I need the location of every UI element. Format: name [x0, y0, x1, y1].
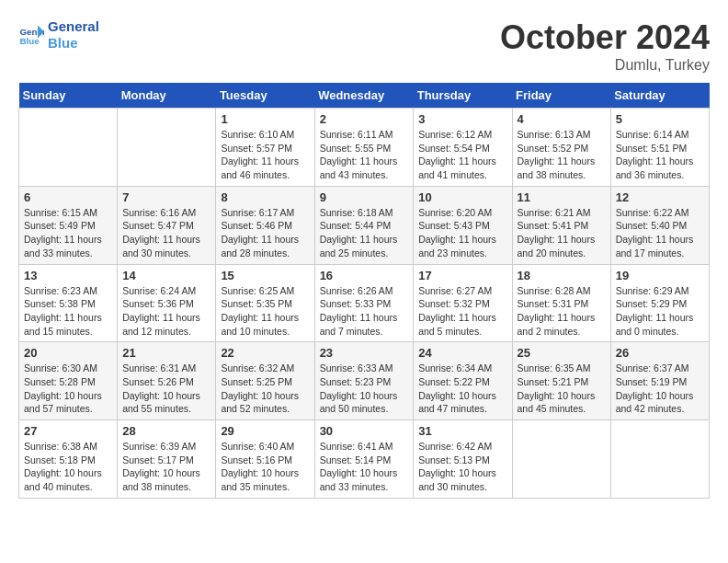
day-info: Sunrise: 6:34 AM Sunset: 5:22 PM Dayligh… [418, 362, 506, 416]
calendar-cell: 4Sunrise: 6:13 AM Sunset: 5:52 PM Daylig… [512, 109, 610, 187]
day-info: Sunrise: 6:31 AM Sunset: 5:26 PM Dayligh… [122, 362, 210, 416]
logo-line2: Blue [48, 35, 99, 52]
weekday-header-friday: Friday [512, 83, 610, 109]
calendar-cell: 7Sunrise: 6:16 AM Sunset: 5:47 PM Daylig… [118, 186, 216, 264]
day-number: 7 [122, 190, 210, 204]
day-info: Sunrise: 6:33 AM Sunset: 5:23 PM Dayligh… [320, 362, 409, 416]
day-info: Sunrise: 6:27 AM Sunset: 5:32 PM Dayligh… [418, 284, 506, 339]
page-header: General Blue General Blue October 2024 D… [18, 18, 710, 74]
day-number: 9 [320, 190, 409, 204]
logo-line1: General [48, 18, 99, 35]
weekday-header-tuesday: Tuesday [216, 83, 314, 109]
logo[interactable]: General Blue General Blue [18, 18, 99, 52]
day-number: 24 [418, 346, 506, 360]
day-number: 13 [24, 269, 112, 282]
day-info: Sunrise: 6:22 AM Sunset: 5:40 PM Dayligh… [616, 206, 704, 260]
day-info: Sunrise: 6:25 AM Sunset: 5:35 PM Dayligh… [221, 284, 309, 339]
calendar-table: SundayMondayTuesdayWednesdayThursdayFrid… [18, 83, 710, 499]
calendar-header-row: SundayMondayTuesdayWednesdayThursdayFrid… [19, 83, 710, 109]
day-info: Sunrise: 6:20 AM Sunset: 5:43 PM Dayligh… [418, 206, 506, 260]
calendar-cell [118, 109, 216, 187]
calendar-cell: 2Sunrise: 6:11 AM Sunset: 5:55 PM Daylig… [314, 109, 414, 187]
calendar-cell [610, 420, 709, 499]
day-number: 2 [320, 112, 409, 126]
day-info: Sunrise: 6:26 AM Sunset: 5:33 PM Dayligh… [320, 284, 409, 339]
location: Dumlu, Turkey [500, 57, 710, 74]
day-info: Sunrise: 6:41 AM Sunset: 5:14 PM Dayligh… [320, 440, 409, 494]
calendar-cell: 16Sunrise: 6:26 AM Sunset: 5:33 PM Dayli… [314, 264, 414, 342]
calendar-cell: 22Sunrise: 6:32 AM Sunset: 5:25 PM Dayli… [216, 342, 314, 420]
calendar-cell: 8Sunrise: 6:17 AM Sunset: 5:46 PM Daylig… [216, 186, 314, 264]
day-number: 30 [320, 424, 409, 438]
day-number: 22 [221, 346, 309, 360]
day-number: 31 [418, 424, 506, 438]
day-info: Sunrise: 6:23 AM Sunset: 5:38 PM Dayligh… [24, 284, 112, 339]
day-number: 20 [24, 346, 112, 360]
day-number: 27 [24, 424, 112, 438]
calendar-cell: 1Sunrise: 6:10 AM Sunset: 5:57 PM Daylig… [216, 109, 314, 187]
weekday-header-monday: Monday [118, 83, 216, 109]
day-info: Sunrise: 6:30 AM Sunset: 5:28 PM Dayligh… [24, 362, 112, 416]
day-info: Sunrise: 6:40 AM Sunset: 5:16 PM Dayligh… [221, 440, 309, 494]
svg-text:Blue: Blue [19, 36, 40, 46]
logo-icon: General Blue [18, 22, 44, 48]
calendar-cell: 15Sunrise: 6:25 AM Sunset: 5:35 PM Dayli… [216, 264, 314, 342]
calendar-cell: 24Sunrise: 6:34 AM Sunset: 5:22 PM Dayli… [414, 342, 512, 420]
calendar-cell: 12Sunrise: 6:22 AM Sunset: 5:40 PM Dayli… [610, 186, 709, 264]
calendar-cell: 18Sunrise: 6:28 AM Sunset: 5:31 PM Dayli… [512, 264, 610, 342]
weekday-header-wednesday: Wednesday [314, 83, 414, 109]
day-info: Sunrise: 6:21 AM Sunset: 5:41 PM Dayligh… [518, 206, 606, 260]
day-number: 10 [418, 190, 506, 204]
day-info: Sunrise: 6:35 AM Sunset: 5:21 PM Dayligh… [518, 362, 606, 416]
calendar-cell: 23Sunrise: 6:33 AM Sunset: 5:23 PM Dayli… [314, 342, 414, 420]
day-number: 18 [518, 269, 606, 282]
day-number: 23 [320, 346, 409, 360]
calendar-cell [19, 109, 118, 187]
day-number: 3 [418, 112, 506, 126]
calendar-cell: 19Sunrise: 6:29 AM Sunset: 5:29 PM Dayli… [610, 264, 709, 342]
day-number: 15 [221, 269, 309, 282]
day-number: 16 [320, 269, 409, 282]
calendar-cell: 26Sunrise: 6:37 AM Sunset: 5:19 PM Dayli… [610, 342, 709, 420]
day-info: Sunrise: 6:13 AM Sunset: 5:52 PM Dayligh… [518, 128, 606, 182]
calendar-cell: 25Sunrise: 6:35 AM Sunset: 5:21 PM Dayli… [512, 342, 610, 420]
weekday-header-thursday: Thursday [414, 83, 512, 109]
day-info: Sunrise: 6:39 AM Sunset: 5:17 PM Dayligh… [122, 440, 210, 494]
calendar-cell: 29Sunrise: 6:40 AM Sunset: 5:16 PM Dayli… [216, 420, 314, 499]
day-info: Sunrise: 6:12 AM Sunset: 5:54 PM Dayligh… [418, 128, 506, 182]
day-number: 12 [616, 190, 704, 204]
title-section: October 2024 Dumlu, Turkey [500, 18, 710, 74]
calendar-cell: 10Sunrise: 6:20 AM Sunset: 5:43 PM Dayli… [414, 186, 512, 264]
calendar-cell: 31Sunrise: 6:42 AM Sunset: 5:13 PM Dayli… [414, 420, 512, 499]
day-info: Sunrise: 6:11 AM Sunset: 5:55 PM Dayligh… [320, 128, 409, 182]
day-info: Sunrise: 6:42 AM Sunset: 5:13 PM Dayligh… [418, 440, 506, 494]
day-number: 19 [616, 269, 704, 282]
calendar-cell: 5Sunrise: 6:14 AM Sunset: 5:51 PM Daylig… [610, 109, 709, 187]
day-number: 17 [418, 269, 506, 282]
day-number: 29 [221, 424, 309, 438]
day-info: Sunrise: 6:10 AM Sunset: 5:57 PM Dayligh… [221, 128, 309, 182]
calendar-cell: 14Sunrise: 6:24 AM Sunset: 5:36 PM Dayli… [118, 264, 216, 342]
calendar-week-row: 13Sunrise: 6:23 AM Sunset: 5:38 PM Dayli… [19, 264, 710, 342]
day-info: Sunrise: 6:37 AM Sunset: 5:19 PM Dayligh… [616, 362, 704, 416]
day-number: 26 [616, 346, 704, 360]
calendar-cell: 9Sunrise: 6:18 AM Sunset: 5:44 PM Daylig… [314, 186, 414, 264]
day-info: Sunrise: 6:14 AM Sunset: 5:51 PM Dayligh… [616, 128, 704, 182]
calendar-week-row: 20Sunrise: 6:30 AM Sunset: 5:28 PM Dayli… [19, 342, 710, 420]
day-info: Sunrise: 6:18 AM Sunset: 5:44 PM Dayligh… [320, 206, 409, 260]
calendar-cell: 20Sunrise: 6:30 AM Sunset: 5:28 PM Dayli… [19, 342, 118, 420]
day-number: 8 [221, 190, 309, 204]
day-info: Sunrise: 6:29 AM Sunset: 5:29 PM Dayligh… [616, 284, 704, 339]
calendar-cell: 13Sunrise: 6:23 AM Sunset: 5:38 PM Dayli… [19, 264, 118, 342]
day-number: 5 [616, 112, 704, 126]
day-info: Sunrise: 6:32 AM Sunset: 5:25 PM Dayligh… [221, 362, 309, 416]
day-info: Sunrise: 6:16 AM Sunset: 5:47 PM Dayligh… [122, 206, 210, 260]
month-title: October 2024 [500, 18, 710, 57]
calendar-cell: 17Sunrise: 6:27 AM Sunset: 5:32 PM Dayli… [414, 264, 512, 342]
day-number: 25 [518, 346, 606, 360]
calendar-cell: 3Sunrise: 6:12 AM Sunset: 5:54 PM Daylig… [414, 109, 512, 187]
weekday-header-sunday: Sunday [19, 83, 118, 109]
day-number: 4 [518, 112, 606, 126]
day-number: 11 [518, 190, 606, 204]
day-info: Sunrise: 6:38 AM Sunset: 5:18 PM Dayligh… [24, 440, 112, 494]
